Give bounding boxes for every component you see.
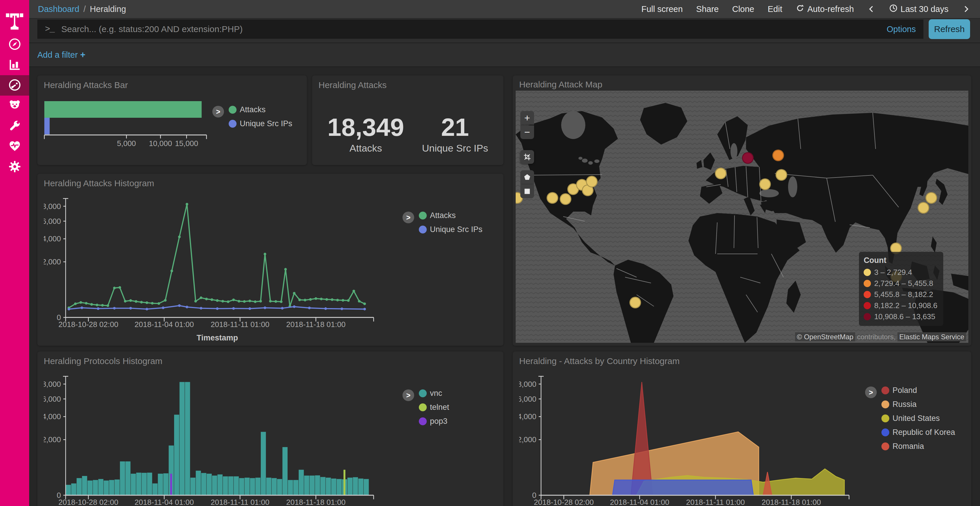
attack-origin-dot-low[interactable] <box>918 202 929 214</box>
map-legend-item: 2,729.4 – 5,455.8 <box>864 279 937 288</box>
svg-text:2018-10-28 02:00: 2018-10-28 02:00 <box>58 320 118 329</box>
legend-expand-icon[interactable]: > <box>402 389 414 401</box>
time-back-button[interactable] <box>867 5 876 13</box>
map-draw-rectangle-button[interactable] <box>520 184 534 198</box>
chart-legend: >AttacksUnique Src IPs <box>402 211 482 234</box>
top-navbar: Dashboard / Heralding Full screenShareCl… <box>29 0 980 19</box>
attack-origin-dot-low[interactable] <box>715 168 727 179</box>
svg-text:2018-11-04 01:00: 2018-11-04 01:00 <box>134 498 194 506</box>
dashboard-icon <box>8 78 22 93</box>
add-filter-label: Add a filter <box>37 50 78 59</box>
osm-attribution-link[interactable]: © OpenStreetMap <box>795 332 855 341</box>
sidebar-item-management[interactable] <box>0 157 29 177</box>
svg-text:2,000: 2,000 <box>44 257 61 266</box>
add-filter-link[interactable]: Add a filter + <box>37 49 86 60</box>
sidebar-item-visualize[interactable] <box>0 55 29 75</box>
panel-title: Heralding Attacks Histogram <box>44 178 497 188</box>
t-mobile-logo-icon[interactable] <box>0 0 29 34</box>
metric-ips-value: 21 <box>422 114 488 140</box>
action-edit[interactable]: Edit <box>768 5 782 14</box>
console-prompt-icon: >_ <box>45 24 54 34</box>
sidebar-item-discover[interactable] <box>0 34 29 55</box>
map-legend-range: 5,455.8 – 8,182.2 <box>874 290 933 299</box>
panel-title: Heralding Attacks <box>318 80 497 90</box>
legend-color-dot <box>419 389 427 397</box>
legend-item-attacks[interactable]: Attacks <box>229 105 292 114</box>
breadcrumb: Dashboard / Heralding <box>38 5 126 14</box>
legend-color-dot <box>419 212 427 219</box>
attack-map[interactable]: + − <box>515 90 968 343</box>
attack-origin-dot-low[interactable] <box>547 192 558 204</box>
metric-ips-label: Unique Src IPs <box>422 143 488 154</box>
svg-text:2018-11-04 01:00: 2018-11-04 01:00 <box>610 498 669 506</box>
attack-origin-dot-low[interactable] <box>926 192 937 204</box>
breadcrumb-dashboard-link[interactable]: Dashboard <box>38 5 80 14</box>
search-input[interactable] <box>60 24 880 34</box>
sidebar-item-devtools[interactable] <box>0 116 29 136</box>
legend-item-poland[interactable]: Poland <box>881 386 955 395</box>
legend-item-vnc[interactable]: vnc <box>419 389 449 398</box>
refresh-button[interactable]: Refresh <box>929 19 970 39</box>
legend-color-dot <box>881 443 889 450</box>
legend-expand-icon[interactable]: > <box>402 212 414 223</box>
visualize-icon <box>8 58 21 72</box>
legend-item-pop3[interactable]: pop3 <box>419 417 449 426</box>
map-legend-range: 8,182.2 – 10,908.6 <box>874 301 937 310</box>
map-legend-range: 10,908.6 – 13,635 <box>874 312 935 321</box>
ems-attribution-link[interactable]: Elastic Maps Service <box>897 332 966 341</box>
legend-label: Republic of Korea <box>892 428 955 437</box>
legend-label: Poland <box>892 386 917 395</box>
main-area: Dashboard / Heralding Full screenShareCl… <box>29 0 980 506</box>
legend-item-telnet[interactable]: telnet <box>419 403 449 412</box>
map-legend-dot <box>864 269 871 276</box>
dashboard-grid: Heralding Attacks Bar 5,00010,00015,000 … <box>29 67 980 506</box>
attack-origin-dot-low[interactable] <box>629 297 641 308</box>
options-link[interactable]: Options <box>887 24 916 34</box>
svg-text:2018-11-11 01:00: 2018-11-11 01:00 <box>211 320 269 329</box>
attack-origin-dot-mid[interactable] <box>772 149 784 161</box>
chart-legend: >vnctelnetpop3 <box>402 389 449 426</box>
svg-text:6,000: 6,000 <box>44 217 61 225</box>
map-zoom-out-button[interactable]: − <box>520 125 534 139</box>
search-box[interactable]: >_ Options <box>37 19 923 39</box>
attack-origin-dot-high[interactable] <box>742 152 754 164</box>
attack-origin-dot-low[interactable] <box>759 178 771 190</box>
action-share[interactable]: Share <box>696 5 719 14</box>
legend-item-romania[interactable]: Romania <box>881 442 955 451</box>
legend-expand-icon[interactable]: > <box>212 106 224 117</box>
map-legend-item: 8,182.2 – 10,908.6 <box>864 301 937 310</box>
svg-text:2018-10-28 02:00: 2018-10-28 02:00 <box>58 498 118 506</box>
sidebar-item-dashboard[interactable] <box>0 75 29 95</box>
auto-refresh-button[interactable]: Auto-refresh <box>795 4 854 14</box>
legend-label: United States <box>892 414 940 423</box>
action-clone[interactable]: Clone <box>732 5 754 14</box>
management-icon <box>8 160 21 174</box>
action-full-screen[interactable]: Full screen <box>641 5 683 14</box>
map-zoom-in-button[interactable]: + <box>520 111 534 125</box>
time-range-picker[interactable]: Last 30 days <box>889 4 948 14</box>
legend-item-unique-src-ips[interactable]: Unique Src IPs <box>229 119 292 128</box>
legend-color-dot <box>419 225 427 233</box>
legend-item-russia[interactable]: Russia <box>881 400 955 409</box>
sidebar-item-bear[interactable] <box>0 95 29 116</box>
attack-origin-dot-low[interactable] <box>586 176 598 187</box>
map-draw-polygon-button[interactable] <box>520 170 534 184</box>
legend-label: Romania <box>892 442 924 451</box>
clock-icon <box>889 4 898 14</box>
legend-item-unique-src-ips[interactable]: Unique Src IPs <box>419 225 482 234</box>
legend-label: Russia <box>892 400 917 409</box>
legend-item-republic-of-korea[interactable]: Republic of Korea <box>881 428 955 437</box>
time-forward-button[interactable] <box>962 5 970 13</box>
svg-text:2,000: 2,000 <box>44 435 61 444</box>
legend-item-united-states[interactable]: United States <box>881 414 955 423</box>
legend-expand-icon[interactable]: > <box>865 387 877 398</box>
map-fit-data-button[interactable] <box>520 150 534 164</box>
sidebar-item-monitoring[interactable] <box>0 136 29 157</box>
legend-item-attacks[interactable]: Attacks <box>419 211 482 220</box>
attack-origin-dot-low[interactable] <box>776 169 787 181</box>
attack-origin-dot-low[interactable] <box>560 193 571 205</box>
breadcrumb-separator: / <box>83 5 86 14</box>
metric-attacks-label: Attacks <box>328 143 404 154</box>
bear-icon <box>8 98 22 113</box>
app-root: Dashboard / Heralding Full screenShareCl… <box>0 0 980 506</box>
